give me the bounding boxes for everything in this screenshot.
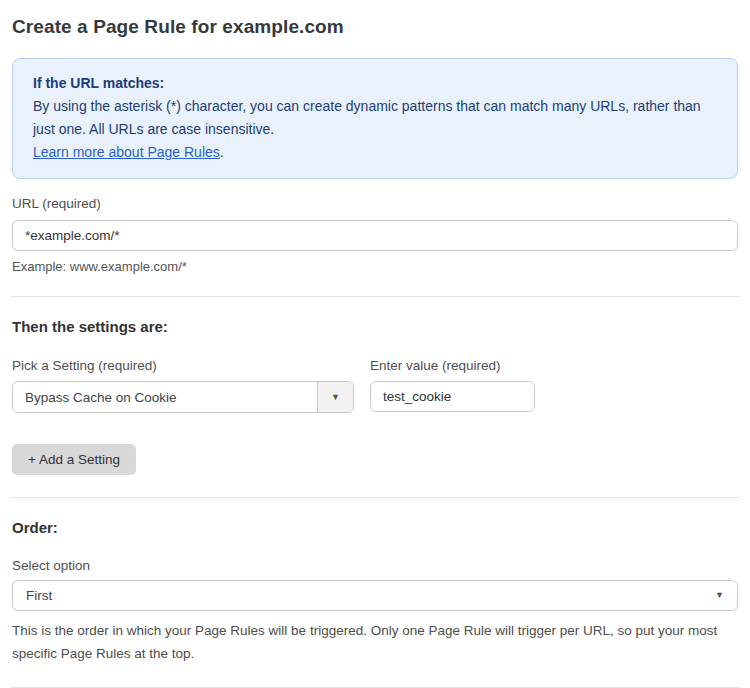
link-period: . [220, 144, 224, 160]
order-select[interactable]: First ▼ [12, 580, 738, 611]
add-setting-button[interactable]: + Add a Setting [12, 444, 136, 475]
info-box-heading: If the URL matches: [33, 72, 717, 95]
order-helper-text: This is the order in which your Page Rul… [12, 619, 730, 665]
order-select-value: First [26, 588, 715, 603]
setting-column: Pick a Setting (required) Bypass Cache o… [12, 341, 354, 413]
chevron-down-icon: ▼ [715, 591, 724, 600]
setting-select-label: Pick a Setting (required) [12, 358, 354, 373]
chevron-down-icon: ▼ [331, 393, 340, 402]
learn-more-link[interactable]: Learn more about Page Rules [33, 144, 220, 160]
url-example-helper: Example: www.example.com/* [12, 259, 738, 274]
create-page-rule-form: Create a Page Rule for example.com If th… [0, 0, 750, 688]
setting-select[interactable]: Bypass Cache on Cookie ▼ [12, 381, 354, 413]
value-column: Enter value (required) [370, 341, 535, 413]
page-title: Create a Page Rule for example.com [12, 12, 738, 38]
setting-select-arrow-button[interactable]: ▼ [317, 382, 353, 412]
setting-value-input[interactable] [370, 381, 535, 412]
settings-section-heading: Then the settings are: [12, 318, 738, 335]
divider [10, 296, 740, 297]
url-field-label: URL (required) [12, 196, 738, 211]
order-section-heading: Order: [12, 519, 738, 536]
url-match-info-box: If the URL matches: By using the asteris… [12, 58, 738, 179]
setting-select-value: Bypass Cache on Cookie [13, 382, 317, 412]
divider [10, 497, 740, 498]
setting-value-label: Enter value (required) [370, 358, 535, 373]
order-select-label: Select option [12, 558, 738, 573]
settings-row: Pick a Setting (required) Bypass Cache o… [12, 341, 738, 413]
info-box-body: By using the asterisk (*) character, you… [33, 95, 717, 141]
info-box-link-line: Learn more about Page Rules. [33, 141, 717, 164]
url-input[interactable] [12, 220, 738, 251]
